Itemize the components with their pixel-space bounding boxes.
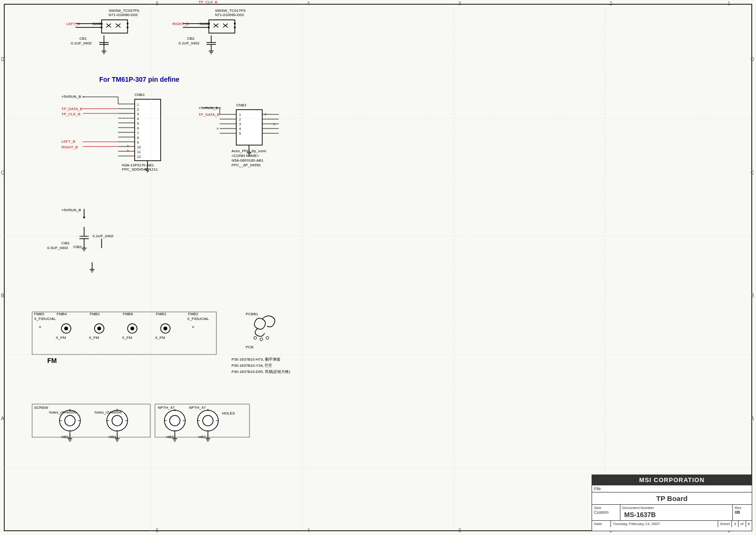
pcb-part2: P30-1637B10-Y34, 芒茫 bbox=[232, 363, 272, 368]
grid-ref-bot-3: 3 bbox=[458, 528, 461, 533]
swb1-pn: N71-010090-D02 bbox=[109, 13, 137, 17]
cnb2-part1: Aces_FPC_6p_conn bbox=[232, 149, 266, 153]
left-net-cnb1: LEFT_B bbox=[61, 139, 75, 144]
cnb2-ref: CNB2 bbox=[236, 103, 246, 107]
company-name: MSI CORPORATION bbox=[592, 475, 752, 485]
swb2-part: SWSW_TC017PS bbox=[215, 9, 246, 13]
cib2-ref: CIB2 bbox=[73, 245, 82, 249]
date-value: Tuesday, February 13, 2007 bbox=[611, 521, 718, 527]
cib-power: +5VRUN_B bbox=[61, 208, 81, 212]
title-label: File bbox=[592, 485, 752, 492]
cb2-ref: CB2 bbox=[187, 36, 195, 41]
grid-ref-top-3: 3 bbox=[458, 1, 461, 6]
swb2-pn: N71-010090-D02 bbox=[215, 13, 244, 17]
hb1-type: holes_r244d506 bbox=[49, 410, 76, 414]
grid-ref-left-B: B bbox=[1, 293, 4, 298]
title-block: MSI CORPORATION File TP Board Size Custo… bbox=[592, 475, 752, 531]
fmb4-ref: FMB4 bbox=[57, 312, 67, 316]
pcb-label: PCB bbox=[246, 345, 253, 349]
cnb2-power: +5VRUN_B ○ bbox=[198, 106, 222, 110]
hb2-type: NPTH_47 bbox=[189, 406, 206, 410]
fmb6-ref: FMB6 bbox=[123, 312, 133, 316]
swb2-net: RIGHT_B bbox=[172, 22, 189, 26]
cib1-val: 0.3UF_0402 bbox=[47, 246, 68, 250]
cnb2-tp-data: TP_DATA_B bbox=[198, 112, 220, 117]
grid-ref-left-A: A bbox=[1, 416, 4, 421]
fmb5-ref: FMB5 bbox=[34, 312, 44, 316]
grid-ref-top-2: 2 bbox=[610, 1, 612, 6]
hb3-ref: HB3 bbox=[166, 435, 174, 439]
hb4-ref: HB4 bbox=[109, 435, 116, 439]
hb3-type: NPTH_47 bbox=[158, 406, 174, 410]
tp-clk-net-cnb1: TP_CLK_B bbox=[61, 112, 80, 116]
cnb1-part2: FPC_SD54548_1211 bbox=[122, 167, 158, 172]
hb2-ref: HB2 bbox=[198, 435, 206, 439]
cnb2-pn1: N5A-06F0160-AB1 bbox=[232, 158, 264, 163]
cnb2-pn2: FPC__6P_54550 bbox=[232, 163, 260, 167]
size-label: Size Custom bbox=[592, 505, 620, 520]
cnb2-name: <CONN NAME> bbox=[232, 154, 259, 158]
cnb1-part: N3A-12F0170-AB1 bbox=[122, 163, 154, 167]
grid-ref-top-5: 5 bbox=[156, 1, 159, 6]
swb2-ref: SWB2 bbox=[199, 22, 210, 26]
grid-ref-bot-4: 4 bbox=[307, 528, 310, 533]
sheet-label: Sheet bbox=[718, 521, 732, 527]
tp-data-net-cnb1: TP_DATA_B bbox=[61, 107, 83, 111]
sheet-of: of bbox=[739, 521, 746, 527]
grid-ref-top-4: 4 bbox=[307, 1, 310, 6]
grid-ref-top-1: 1 bbox=[728, 1, 730, 6]
date-label: Date bbox=[592, 521, 611, 527]
hb1-ref: HB1 bbox=[61, 435, 69, 439]
fmb5-type: X_FIDUCIAL bbox=[34, 317, 56, 321]
hb4-type: holes_r244d506 bbox=[94, 410, 121, 414]
screw-label: SCREW bbox=[34, 406, 48, 410]
fmb6-type: X_FM bbox=[122, 336, 132, 340]
sheet-total: 8 bbox=[746, 521, 752, 527]
grid-ref-right-D: D bbox=[751, 57, 754, 62]
cnb1-ref: CNB1 bbox=[135, 93, 145, 97]
fmb1-type: X_FM bbox=[89, 336, 99, 340]
power-net-cnb1: +5VRUN_B ○ bbox=[61, 95, 85, 99]
cb1-ref: CB1 bbox=[79, 36, 87, 41]
grid-ref-left-C: C bbox=[1, 170, 4, 175]
fmb3-type: X_FM bbox=[155, 336, 165, 340]
fmb3-ref: FMB3 bbox=[156, 312, 166, 316]
grid-ref-right-C: C bbox=[751, 170, 754, 175]
schematic-area: 5 4 3 2 1 5 4 3 2 1 D C B A D C B A bbox=[0, 0, 756, 535]
swb1-net: LEFT_B bbox=[66, 22, 80, 26]
fmb2-type: X_FIDUCIAL bbox=[187, 317, 209, 321]
fmb1-ref: FMB1 bbox=[90, 312, 100, 316]
sheet-number: 3 bbox=[732, 521, 738, 527]
pcb-part1: P30-1637B10-H73, 翻手薄德 bbox=[232, 357, 280, 362]
grid-ref-right-A: A bbox=[751, 416, 754, 421]
cib1-ref: CIB1 bbox=[61, 241, 70, 245]
holes-label: HOLES bbox=[222, 411, 235, 415]
rev-cell: Rev 0B bbox=[733, 505, 752, 520]
grid-ref-bot-5: 5 bbox=[156, 528, 159, 533]
swb1-ref: SWB1 bbox=[92, 22, 103, 26]
fm-label: FM bbox=[47, 357, 57, 364]
fmb2-ref: FMB2 bbox=[188, 312, 198, 316]
cnb2-tp-clk: TP_CLK_B bbox=[198, 0, 217, 4]
pcb-part3: P30-1637B10-D05, 民锁(定钮大锉) bbox=[232, 369, 290, 374]
cb1-val: 0.1UF_0402 bbox=[71, 41, 92, 45]
pcb-ref: PCBB1 bbox=[246, 312, 258, 316]
right-net-cnb1: RIGHT_B bbox=[61, 145, 78, 149]
grid-ref-right-B: B bbox=[751, 293, 754, 298]
board-name: TP Board bbox=[592, 492, 752, 504]
cib1-val: 0.1UF_0402 bbox=[93, 234, 113, 238]
section-heading: For TM61P-307 pin define bbox=[99, 76, 180, 83]
cb2-val: 0.1UF_0402 bbox=[179, 41, 199, 45]
fmb4-type: X_FM bbox=[56, 336, 66, 340]
swb1-part: SWSW_TC037PS bbox=[109, 9, 139, 13]
grid-ref-left-D: D bbox=[1, 57, 4, 62]
doc-number-cell: Document Number MS-1637B bbox=[620, 505, 733, 520]
